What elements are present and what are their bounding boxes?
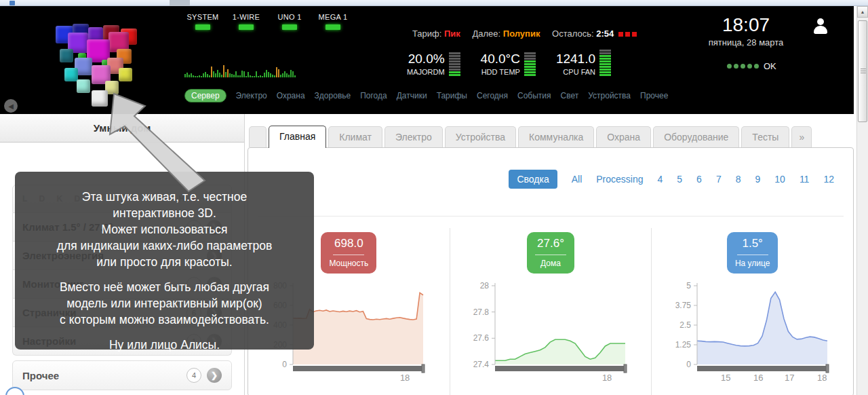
header-nav-тарифы[interactable]: Тарифы xyxy=(437,91,467,100)
header-nav-охрана[interactable]: Охрана xyxy=(277,91,305,100)
tab-климат[interactable]: Климат xyxy=(328,126,382,147)
filter-button-сводка[interactable]: Сводка xyxy=(509,170,557,189)
divider xyxy=(258,216,844,217)
sidebar-item-прочее[interactable]: Прочее4❯ xyxy=(12,360,232,390)
equalizer-bar xyxy=(282,73,283,77)
svg-text:18: 18 xyxy=(817,373,827,383)
svg-text:18: 18 xyxy=(602,373,612,383)
header-nav-погода[interactable]: Погода xyxy=(360,91,387,100)
equalizer-bar xyxy=(286,73,288,77)
chart-badge: 27.6°Дома xyxy=(527,232,574,274)
equalizer-bar xyxy=(223,65,224,77)
3d-cubes-widget[interactable] xyxy=(41,18,159,113)
gauge-bar xyxy=(599,50,611,52)
header-nav-датчики[interactable]: Датчики xyxy=(397,91,427,100)
tooltip-line xyxy=(15,270,314,279)
filter-link-5[interactable]: 5 xyxy=(677,174,682,185)
equalizer-bar xyxy=(264,73,265,77)
gauge-bar-stack xyxy=(599,50,611,76)
navigator-handle[interactable] xyxy=(422,364,425,373)
collapse-arrow-button[interactable]: ◀ xyxy=(4,99,18,113)
tab-тесты[interactable]: Тесты xyxy=(741,126,789,147)
tab-главная[interactable]: Главная xyxy=(269,126,326,148)
gauge-label: CPU FAN xyxy=(556,68,595,76)
scrollbar-up-button[interactable]: ▲ xyxy=(857,6,868,18)
tab-blank[interactable] xyxy=(249,126,267,147)
header-nav-сервер[interactable]: Сервер xyxy=(184,89,226,102)
chart-badge: 1.5°На улице xyxy=(727,232,778,274)
tab-электро[interactable]: Электро xyxy=(384,126,443,147)
equalizer-bar xyxy=(233,75,235,77)
chart-plot: 27.427.627.82818 xyxy=(462,280,639,388)
header-nav-электро[interactable]: Электро xyxy=(236,91,267,100)
gauge-cpu-fan: 1241.0CPU FAN xyxy=(556,50,611,76)
svg-text:27.6: 27.6 xyxy=(473,333,490,343)
header-nav-устройства[interactable]: Устройства xyxy=(588,91,631,100)
tab-коммуналка[interactable]: Коммуналка xyxy=(518,126,594,147)
svg-text:0: 0 xyxy=(686,360,691,369)
gauge-bar xyxy=(599,55,611,57)
page-scrollbar[interactable]: ▲ xyxy=(856,6,868,395)
filter-link-8[interactable]: 8 xyxy=(736,174,741,185)
tab-охрана[interactable]: Охрана xyxy=(596,126,651,147)
filter-link-9[interactable]: 9 xyxy=(755,174,761,185)
filter-link-10[interactable]: 10 xyxy=(774,174,785,185)
equalizer-bar xyxy=(284,71,285,77)
filter-link-7[interactable]: 7 xyxy=(716,174,722,185)
filter-link-6[interactable]: 6 xyxy=(696,174,702,185)
svg-text:0: 0 xyxy=(283,360,288,369)
module-label: UNO 1 xyxy=(269,13,311,21)
header-nav-свет[interactable]: Свет xyxy=(561,91,579,100)
gauge-bar xyxy=(449,58,460,60)
equalizer-bar xyxy=(280,75,281,77)
chart-badge-divider xyxy=(535,255,566,255)
header-nav-события[interactable]: События xyxy=(517,91,551,100)
tab-устройства[interactable]: Устройства xyxy=(445,126,516,147)
gauge-bar xyxy=(524,55,536,57)
equalizer-bar xyxy=(262,76,263,77)
header-nav-здоровье[interactable]: Здоровье xyxy=(315,91,351,100)
gauge-bar xyxy=(524,52,536,54)
gauge-text: 40.0°CHDD TEMP xyxy=(481,52,520,76)
filter-link-4[interactable]: 4 xyxy=(658,174,663,185)
status-dot xyxy=(741,64,745,69)
filter-link-12[interactable]: 12 xyxy=(823,174,834,185)
chart-navigator[interactable] xyxy=(293,366,423,371)
tooltip-line: Ну или лицо Алисы. xyxy=(15,337,314,353)
chart-badge-value: 698.0 xyxy=(329,237,368,250)
equalizer-bar xyxy=(250,75,251,77)
equalizer-bar xyxy=(199,75,200,77)
gauge-value: 40.0°C xyxy=(481,52,520,67)
gauge-bar xyxy=(449,55,460,57)
filter-link-processing[interactable]: Processing xyxy=(596,174,643,185)
chart-navigator[interactable] xyxy=(495,366,625,371)
equalizer-bar xyxy=(256,71,257,77)
chart-navigator[interactable] xyxy=(697,366,827,371)
tab-оборудование[interactable]: Оборудование xyxy=(653,126,739,147)
equalizer-bar xyxy=(205,72,206,77)
tooltip-line: для индикации каких-либо параметров xyxy=(15,238,314,254)
header-nav-сегодня[interactable]: Сегодня xyxy=(477,91,508,100)
gauge-bar xyxy=(599,58,611,60)
equalizer-bar xyxy=(186,73,188,77)
tab-more[interactable]: » xyxy=(791,126,812,147)
gauge-bar xyxy=(599,63,611,65)
navigator-handle[interactable] xyxy=(826,364,829,373)
user-icon[interactable] xyxy=(812,18,829,36)
equalizer-bar xyxy=(213,71,214,77)
filter-link-all[interactable]: All xyxy=(572,174,583,185)
equalizer-bar xyxy=(248,72,249,77)
module-label: SYSTEM xyxy=(182,13,224,21)
filter-link-11[interactable]: 11 xyxy=(800,174,810,185)
chevron-right-icon[interactable]: ❯ xyxy=(207,368,222,383)
activity-equalizer xyxy=(184,60,315,77)
navigator-handle[interactable] xyxy=(624,364,627,373)
gauge-bar xyxy=(599,52,611,54)
scrollbar-thumb[interactable] xyxy=(858,20,867,122)
header-nav-прочее[interactable]: Прочее xyxy=(640,91,668,100)
cube xyxy=(60,49,73,62)
equalizer-bar xyxy=(274,75,275,77)
gauge-bar xyxy=(599,66,611,68)
equalizer-bar xyxy=(266,70,267,77)
equalizer-bar xyxy=(243,71,245,77)
